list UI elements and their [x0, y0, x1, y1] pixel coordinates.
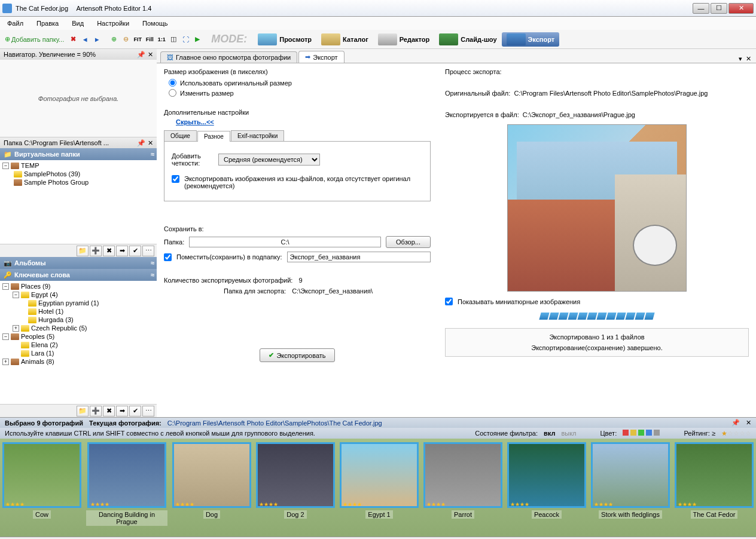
menu-settings[interactable]: Настройки: [94, 19, 132, 28]
radio-original-size[interactable]: [169, 79, 176, 87]
collapse-icon[interactable]: ≈: [151, 151, 154, 158]
menu-edit[interactable]: Правка: [34, 19, 61, 28]
tree-collapse-icon[interactable]: −: [2, 163, 9, 169]
color-swatches[interactable]: [623, 430, 660, 437]
tree-item[interactable]: Lara (1): [1, 349, 156, 357]
tree-item[interactable]: Elena (2): [1, 341, 156, 349]
tab-dropdown-icon[interactable]: ▾: [739, 55, 742, 63]
subtab-exif[interactable]: Exif-настройки: [231, 130, 284, 141]
fit-button[interactable]: FIT: [132, 34, 143, 45]
filter-on[interactable]: вкл: [544, 430, 555, 437]
menu-file[interactable]: Файл: [5, 19, 26, 28]
tree-item-group[interactable]: Sample Photos Group: [1, 178, 156, 186]
hide-link[interactable]: Скрыть...<<: [176, 118, 214, 125]
mini-btn-4[interactable]: ➡: [116, 406, 128, 416]
mini-btn-2[interactable]: ➕: [90, 246, 102, 256]
mini-btn-1[interactable]: 📁: [77, 246, 89, 256]
tree-item-temp[interactable]: − TEMP: [1, 161, 156, 170]
mini-btn-5[interactable]: ✔: [129, 246, 141, 256]
menu-view[interactable]: Вид: [69, 19, 86, 28]
navigator-close-icon[interactable]: ✕: [148, 51, 153, 59]
subtab-general[interactable]: Общие: [164, 130, 197, 141]
thumbnail[interactable]: ★★★★The Cat Fedor: [675, 442, 754, 537]
tree-item-sample[interactable]: SamplePhotos (39): [1, 170, 156, 178]
mode-catalog-button[interactable]: Каталог: [316, 32, 373, 47]
virtual-folders-header[interactable]: 📁 Виртуальные папки ≈: [0, 148, 157, 160]
subtab-misc[interactable]: Разное: [197, 131, 230, 142]
filter-off[interactable]: выкл: [561, 430, 576, 437]
thumbnail[interactable]: ★★★★Dog 2: [256, 442, 335, 537]
fullscreen-icon[interactable]: ⛶: [180, 34, 191, 45]
play-icon[interactable]: ▶: [192, 34, 203, 45]
thumbnail[interactable]: ★★★★Stork with fledglings: [591, 442, 670, 537]
nav-forward-icon[interactable]: ►: [92, 34, 102, 45]
sharpness-label: Добавить четкости:: [172, 152, 214, 167]
collapse-icon[interactable]: ≈: [151, 271, 154, 278]
mini-btn-3[interactable]: ✖: [103, 246, 115, 256]
rating-stars[interactable]: ★☆☆☆☆: [721, 430, 751, 437]
delete-icon[interactable]: ✖: [68, 34, 78, 45]
tree-item[interactable]: +Czech Republic (5): [1, 324, 156, 332]
tree-item[interactable]: −Places (9): [1, 282, 156, 290]
zoom-in-icon[interactable]: ⊕: [108, 34, 119, 45]
window-close-button[interactable]: ✕: [728, 3, 754, 14]
folder-input[interactable]: [189, 237, 381, 247]
thumbnails-strip[interactable]: ★★★★Cow★★★★Dancing Building in Prague★★★…: [0, 439, 756, 537]
nav-back-icon[interactable]: ◄: [80, 34, 90, 45]
keywords-header[interactable]: 🔑 Ключевые слова ≈: [0, 269, 157, 281]
collapse-icon[interactable]: ≈: [151, 259, 154, 267]
hint-text: Используйте клавиши CTRL или SHIFT совме…: [5, 430, 315, 437]
thumbnail[interactable]: ★★★★Parrot: [423, 442, 502, 537]
tree-item[interactable]: Egyptian pyramid (1): [1, 299, 156, 307]
tree-item[interactable]: Hurgada (3): [1, 316, 156, 324]
mini-btn-6[interactable]: ⋯: [142, 246, 154, 256]
folders-close-icon[interactable]: ✕: [148, 139, 153, 147]
mini-btn-5[interactable]: ✔: [129, 406, 141, 416]
plus-icon: ⊕: [5, 35, 10, 43]
infobar-pin-icon[interactable]: 📌: [731, 419, 740, 427]
statusbar: 9\9 JPG Выбрано 9 фотографий 🔄 Файл: C:\…: [0, 537, 756, 539]
tab-main-view[interactable]: 🖼 Главное окно просмотра фотографии: [160, 51, 297, 63]
mini-btn-1[interactable]: 📁: [77, 406, 89, 416]
tab-export[interactable]: ➡ Экспорт: [298, 51, 344, 63]
mini-btn-2[interactable]: ➕: [90, 406, 102, 416]
window-maximize-button[interactable]: ☐: [711, 3, 727, 14]
add-folder-button[interactable]: ⊕ Добавить папку...: [2, 34, 66, 44]
menu-help[interactable]: Помощь: [140, 19, 170, 28]
infobar-close-icon[interactable]: ✕: [746, 419, 751, 427]
tree-item[interactable]: −Egypt (4): [1, 290, 156, 299]
rating-stars-icon: ★★★★: [426, 501, 446, 507]
subfolder-checkbox[interactable]: [164, 253, 172, 261]
thumbnail[interactable]: ★★★★Egypt 1: [340, 442, 419, 537]
fill-button[interactable]: Fill: [144, 34, 155, 45]
browse-button[interactable]: Обзор...: [386, 236, 431, 248]
sharpness-select[interactable]: Средняя (рекомендуется): [218, 154, 320, 166]
mini-btn-4[interactable]: ➡: [116, 246, 128, 256]
scale-button[interactable]: 1:1: [156, 34, 167, 45]
subfolder-input[interactable]: [287, 252, 431, 262]
mini-btn-6[interactable]: ⋯: [142, 406, 154, 416]
mode-export-button[interactable]: Экспорт: [502, 32, 560, 47]
navigator-pin-icon[interactable]: 📌: [137, 51, 145, 59]
tree-item[interactable]: −Peoples (5): [1, 332, 156, 341]
mode-slideshow-button[interactable]: Слайд-шоу: [434, 32, 501, 47]
thumbnail[interactable]: ★★★★Dog: [172, 442, 251, 537]
cache-checkbox[interactable]: [172, 175, 179, 183]
tree-item[interactable]: Hotel (1): [1, 307, 156, 316]
mode-view-button[interactable]: Просмотр: [253, 32, 316, 47]
mini-btn-3[interactable]: ✖: [103, 406, 115, 416]
tab-close-icon[interactable]: ✕: [746, 55, 751, 63]
thumbnail[interactable]: ★★★★Peacock: [507, 442, 586, 537]
radio-resize[interactable]: [169, 89, 176, 97]
window-minimize-button[interactable]: —: [693, 3, 709, 14]
tree-item[interactable]: +Animals (8): [1, 357, 156, 366]
mode-editor-button[interactable]: Редактор: [373, 32, 434, 47]
show-thumb-checkbox[interactable]: [445, 298, 453, 305]
thumbnail[interactable]: ★★★★Dancing Building in Prague: [86, 442, 167, 537]
zoom-out-icon[interactable]: ⊖: [120, 34, 131, 45]
folders-pin-icon[interactable]: 📌: [137, 139, 145, 147]
export-button[interactable]: ✔ Экспортировать: [260, 348, 334, 362]
albums-header[interactable]: 📷 Альбомы ≈: [0, 257, 157, 269]
crop-icon[interactable]: ◫: [168, 34, 179, 45]
thumbnail[interactable]: ★★★★Cow: [2, 442, 81, 537]
